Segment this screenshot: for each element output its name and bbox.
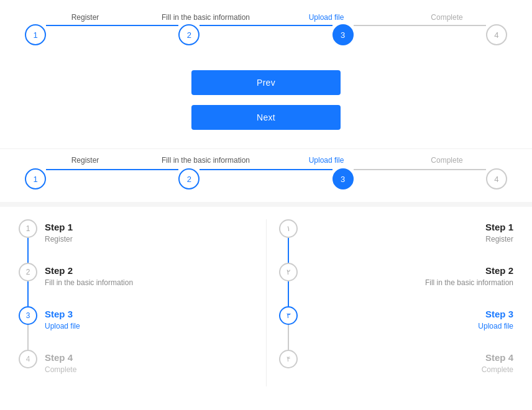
prev-button[interactable]: Prev — [191, 70, 341, 95]
v-step-4-left-indicator: 4 — [19, 350, 37, 368]
v-step-3-left: 3 Step 3 Upload file — [19, 306, 254, 350]
step4-node-mid: 4 — [486, 168, 507, 189]
step3-label-mid: Upload file — [309, 156, 344, 165]
v-line-2-right — [288, 281, 289, 306]
v-step-2-left: 2 Step 2 Fill in the basic information — [19, 263, 254, 306]
line-3-4-top — [354, 25, 486, 26]
v-step-1-right-indicator: ١ — [279, 219, 298, 263]
v-subtitle-1-right: Register — [305, 235, 514, 244]
mid-stepper-section: Register Fill in the basic information U… — [0, 148, 532, 202]
step3-circle-mid: 3 — [332, 168, 354, 189]
v-title-1-left: Step 1 — [45, 221, 73, 234]
v-title-4-right: Step 4 — [305, 351, 514, 364]
v-content-3-right: Step 3 Upload file — [305, 306, 514, 343]
v-circle-4-left: 4 — [19, 350, 37, 368]
v-step-1-left-indicator: 1 — [19, 219, 37, 263]
vertical-steppers-section: 1 Step 1 Register 2 Step 2 Fill in the b… — [0, 202, 532, 399]
v-subtitle-4-left: Complete — [45, 365, 76, 374]
step3-label-top: Upload file — [309, 13, 344, 22]
v-step-4-right-indicator: ۴ — [279, 350, 298, 368]
v-line-2-left — [27, 281, 29, 306]
top-stepper-section: Register Fill in the basic information U… — [0, 0, 532, 52]
v-content-2-right: Step 2 Fill in the basic information — [305, 263, 514, 299]
v-content-1-left: Step 1 Register — [45, 219, 73, 256]
step1-circle-top: 1 — [25, 24, 46, 45]
v-step-4-left: 4 Step 4 Complete — [19, 350, 254, 386]
v-circle-1-right: ١ — [279, 219, 298, 238]
v-title-1-right: Step 1 — [305, 221, 514, 234]
v-title-3-left: Step 3 — [45, 308, 80, 321]
v-circle-4-right: ۴ — [279, 350, 298, 368]
v-subtitle-3-left: Upload file — [45, 322, 80, 330]
step3-circle-top: 3 — [332, 24, 354, 45]
v-content-3-left: Step 3 Upload file — [45, 306, 80, 343]
line-1-2-top — [46, 25, 178, 26]
line-2-3-top — [200, 25, 332, 26]
v-subtitle-2-right: Fill in the basic information — [305, 278, 514, 287]
v-subtitle-3-right: Upload file — [305, 322, 514, 330]
line-3-4-mid — [354, 169, 486, 170]
v-content-2-left: Step 2 Fill in the basic information — [45, 263, 133, 299]
v-step-2-left-indicator: 2 — [19, 263, 37, 306]
left-vertical-stepper: 1 Step 1 Register 2 Step 2 Fill in the b… — [0, 219, 266, 386]
step4-circle-mid: 4 — [486, 168, 507, 189]
v-title-2-right: Step 2 — [305, 264, 514, 277]
v-step-1-left: 1 Step 1 Register — [19, 219, 254, 263]
step2-label-mid: Fill in the basic information — [162, 156, 250, 165]
v-step-1-right: Step 1 Register ١ — [279, 219, 514, 263]
v-circle-2-left: 2 — [19, 263, 37, 281]
step2-circle-mid: 2 — [178, 168, 200, 189]
v-line-1-left — [27, 238, 29, 263]
line-1-2-mid — [46, 169, 178, 170]
v-subtitle-4-right: Complete — [305, 365, 514, 374]
step2-node-top: 2 — [178, 24, 200, 45]
step1-circle-mid: 1 — [25, 168, 46, 189]
v-line-3-right — [288, 325, 289, 350]
step3-node-mid: 3 — [332, 168, 354, 189]
step4-label-mid: Complete — [431, 156, 462, 165]
line-2-3-mid — [200, 169, 332, 170]
buttons-section: Prev Next — [0, 70, 532, 130]
v-circle-3-right: ٣ — [279, 306, 298, 325]
step4-circle-top: 4 — [486, 24, 507, 45]
step1-node-mid: 1 — [25, 168, 46, 189]
v-step-3-left-indicator: 3 — [19, 306, 37, 350]
v-circle-2-right: ٢ — [279, 263, 298, 281]
step2-circle-top: 2 — [178, 24, 200, 45]
v-step-2-right-indicator: ٢ — [279, 263, 298, 306]
v-title-3-right: Step 3 — [305, 308, 514, 321]
v-subtitle-2-left: Fill in the basic information — [45, 278, 133, 287]
step3-node-top: 3 — [332, 24, 354, 45]
v-content-4-right: Step 4 Complete — [305, 350, 514, 386]
step1-label-mid: Register — [71, 156, 99, 165]
v-circle-3-left: 3 — [19, 306, 37, 325]
v-step-3-right: Step 3 Upload file ٣ — [279, 306, 514, 350]
v-circle-1-left: 1 — [19, 219, 37, 238]
v-step-2-right: Step 2 Fill in the basic information ٢ — [279, 263, 514, 306]
v-subtitle-1-left: Register — [45, 235, 73, 244]
step2-node-mid: 2 — [178, 168, 200, 189]
right-vertical-stepper: Step 1 Register ١ Step 2 Fill in the bas… — [266, 219, 533, 386]
step1-node-top: 1 — [25, 24, 46, 45]
v-content-4-left: Step 4 Complete — [45, 350, 76, 386]
v-step-4-right: Step 4 Complete ۴ — [279, 350, 514, 386]
step1-label-top: Register — [71, 13, 99, 22]
v-step-3-right-indicator: ٣ — [279, 306, 298, 350]
v-line-1-right — [288, 238, 289, 263]
v-title-4-left: Step 4 — [45, 351, 76, 364]
step2-label-top: Fill in the basic information — [162, 13, 250, 22]
v-title-2-left: Step 2 — [45, 264, 133, 277]
v-line-3-left — [27, 325, 29, 350]
step4-label-top: Complete — [431, 13, 462, 22]
step4-node-top: 4 — [486, 24, 507, 45]
next-button[interactable]: Next — [191, 105, 341, 130]
v-content-1-right: Step 1 Register — [305, 219, 514, 256]
